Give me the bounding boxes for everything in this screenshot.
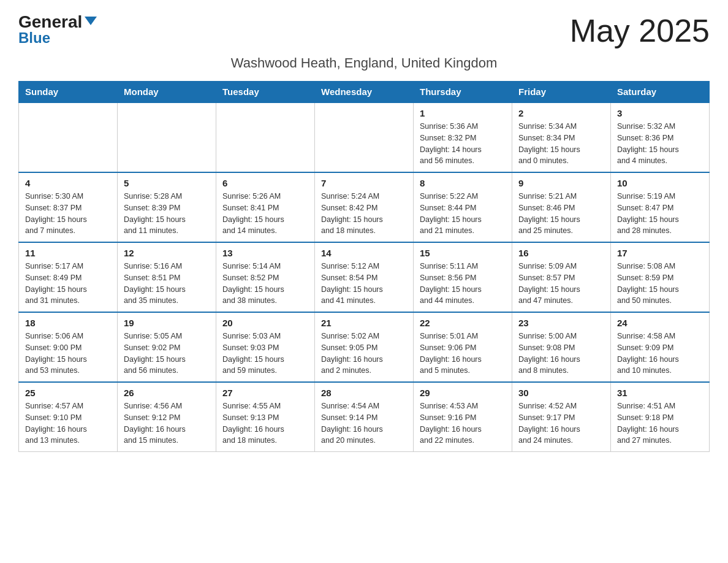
table-row: 28Sunrise: 4:54 AMSunset: 9:14 PMDayligh… (315, 382, 414, 452)
col-tuesday: Tuesday (216, 82, 315, 103)
day-info: Sunrise: 5:05 AMSunset: 9:02 PMDaylight:… (124, 331, 210, 377)
table-row: 29Sunrise: 4:53 AMSunset: 9:16 PMDayligh… (414, 382, 512, 452)
day-number: 10 (617, 178, 703, 188)
calendar-week-row: 4Sunrise: 5:30 AMSunset: 8:37 PMDaylight… (19, 172, 710, 242)
day-info: Sunrise: 5:19 AMSunset: 8:47 PMDaylight:… (617, 191, 703, 237)
calendar-table: Sunday Monday Tuesday Wednesday Thursday… (18, 81, 710, 452)
day-number: 8 (420, 178, 506, 188)
day-info: Sunrise: 4:57 AMSunset: 9:10 PMDaylight:… (25, 400, 111, 446)
day-info: Sunrise: 4:58 AMSunset: 9:09 PMDaylight:… (617, 331, 703, 377)
logo-triangle-icon (85, 17, 97, 25)
table-row: 7Sunrise: 5:24 AMSunset: 8:42 PMDaylight… (315, 172, 414, 242)
day-number: 6 (222, 178, 308, 188)
day-info: Sunrise: 5:12 AMSunset: 8:54 PMDaylight:… (321, 261, 407, 307)
table-row: 2Sunrise: 5:34 AMSunset: 8:34 PMDaylight… (512, 102, 611, 172)
day-number: 9 (518, 178, 604, 188)
day-info: Sunrise: 5:06 AMSunset: 9:00 PMDaylight:… (25, 331, 111, 377)
day-info: Sunrise: 5:21 AMSunset: 8:46 PMDaylight:… (518, 191, 604, 237)
day-number: 27 (222, 388, 308, 398)
day-info: Sunrise: 4:52 AMSunset: 9:17 PMDaylight:… (518, 400, 604, 446)
day-info: Sunrise: 5:36 AMSunset: 8:32 PMDaylight:… (420, 121, 506, 167)
col-sunday: Sunday (19, 82, 118, 103)
table-row: 8Sunrise: 5:22 AMSunset: 8:44 PMDaylight… (414, 172, 512, 242)
calendar-week-row: 11Sunrise: 5:17 AMSunset: 8:49 PMDayligh… (19, 242, 710, 312)
day-number: 2 (518, 108, 604, 118)
calendar-header-row: Sunday Monday Tuesday Wednesday Thursday… (19, 82, 710, 103)
table-row: 22Sunrise: 5:01 AMSunset: 9:06 PMDayligh… (414, 312, 512, 382)
table-row: 21Sunrise: 5:02 AMSunset: 9:05 PMDayligh… (315, 312, 414, 382)
day-number: 29 (420, 388, 506, 398)
month-title: May 2025 (570, 12, 710, 49)
table-row: 5Sunrise: 5:28 AMSunset: 8:39 PMDaylight… (118, 172, 216, 242)
day-number: 16 (518, 248, 604, 258)
day-info: Sunrise: 5:17 AMSunset: 8:49 PMDaylight:… (25, 261, 111, 307)
day-info: Sunrise: 4:56 AMSunset: 9:12 PMDaylight:… (124, 400, 210, 446)
location-text: Washwood Heath, England, United Kingdom (18, 55, 710, 71)
table-row: 6Sunrise: 5:26 AMSunset: 8:41 PMDaylight… (216, 172, 315, 242)
day-number: 23 (518, 318, 604, 328)
day-info: Sunrise: 5:03 AMSunset: 9:03 PMDaylight:… (222, 331, 308, 377)
col-monday: Monday (118, 82, 216, 103)
col-friday: Friday (512, 82, 611, 103)
table-row: 10Sunrise: 5:19 AMSunset: 8:47 PMDayligh… (611, 172, 710, 242)
table-row: 15Sunrise: 5:11 AMSunset: 8:56 PMDayligh… (414, 242, 512, 312)
day-number: 26 (124, 388, 210, 398)
table-row: 4Sunrise: 5:30 AMSunset: 8:37 PMDaylight… (19, 172, 118, 242)
day-number: 3 (617, 108, 703, 118)
day-number: 11 (25, 248, 111, 258)
table-row: 20Sunrise: 5:03 AMSunset: 9:03 PMDayligh… (216, 312, 315, 382)
day-number: 17 (617, 248, 703, 258)
day-info: Sunrise: 5:24 AMSunset: 8:42 PMDaylight:… (321, 191, 407, 237)
day-number: 5 (124, 178, 210, 188)
day-info: Sunrise: 5:28 AMSunset: 8:39 PMDaylight:… (124, 191, 210, 237)
day-info: Sunrise: 4:54 AMSunset: 9:14 PMDaylight:… (321, 400, 407, 446)
day-number: 18 (25, 318, 111, 328)
table-row: 17Sunrise: 5:08 AMSunset: 8:59 PMDayligh… (611, 242, 710, 312)
day-info: Sunrise: 5:02 AMSunset: 9:05 PMDaylight:… (321, 331, 407, 377)
table-row: 14Sunrise: 5:12 AMSunset: 8:54 PMDayligh… (315, 242, 414, 312)
day-info: Sunrise: 5:11 AMSunset: 8:56 PMDaylight:… (420, 261, 506, 307)
day-info: Sunrise: 5:14 AMSunset: 8:52 PMDaylight:… (222, 261, 308, 307)
day-info: Sunrise: 5:32 AMSunset: 8:36 PMDaylight:… (617, 121, 703, 167)
col-thursday: Thursday (414, 82, 512, 103)
table-row: 18Sunrise: 5:06 AMSunset: 9:00 PMDayligh… (19, 312, 118, 382)
table-row (118, 102, 216, 172)
day-info: Sunrise: 5:16 AMSunset: 8:51 PMDaylight:… (124, 261, 210, 307)
table-row: 1Sunrise: 5:36 AMSunset: 8:32 PMDaylight… (414, 102, 512, 172)
logo-general-text: General (18, 12, 97, 31)
table-row: 3Sunrise: 5:32 AMSunset: 8:36 PMDaylight… (611, 102, 710, 172)
table-row: 12Sunrise: 5:16 AMSunset: 8:51 PMDayligh… (118, 242, 216, 312)
day-info: Sunrise: 5:09 AMSunset: 8:57 PMDaylight:… (518, 261, 604, 307)
day-info: Sunrise: 4:55 AMSunset: 9:13 PMDaylight:… (222, 400, 308, 446)
day-info: Sunrise: 5:08 AMSunset: 8:59 PMDaylight:… (617, 261, 703, 307)
calendar-week-row: 25Sunrise: 4:57 AMSunset: 9:10 PMDayligh… (19, 382, 710, 452)
day-number: 1 (420, 108, 506, 118)
logo: General Blue (18, 12, 97, 47)
table-row: 26Sunrise: 4:56 AMSunset: 9:12 PMDayligh… (118, 382, 216, 452)
table-row: 9Sunrise: 5:21 AMSunset: 8:46 PMDaylight… (512, 172, 611, 242)
day-info: Sunrise: 4:51 AMSunset: 9:18 PMDaylight:… (617, 400, 703, 446)
col-saturday: Saturday (611, 82, 710, 103)
table-row: 16Sunrise: 5:09 AMSunset: 8:57 PMDayligh… (512, 242, 611, 312)
table-row: 13Sunrise: 5:14 AMSunset: 8:52 PMDayligh… (216, 242, 315, 312)
day-info: Sunrise: 5:01 AMSunset: 9:06 PMDaylight:… (420, 331, 506, 377)
table-row: 31Sunrise: 4:51 AMSunset: 9:18 PMDayligh… (611, 382, 710, 452)
page-header: General Blue May 2025 (18, 12, 710, 49)
day-number: 15 (420, 248, 506, 258)
table-row: 23Sunrise: 5:00 AMSunset: 9:08 PMDayligh… (512, 312, 611, 382)
table-row: 24Sunrise: 4:58 AMSunset: 9:09 PMDayligh… (611, 312, 710, 382)
day-number: 28 (321, 388, 407, 398)
table-row: 25Sunrise: 4:57 AMSunset: 9:10 PMDayligh… (19, 382, 118, 452)
logo-blue-text: Blue (18, 29, 50, 47)
day-info: Sunrise: 5:34 AMSunset: 8:34 PMDaylight:… (518, 121, 604, 167)
table-row (216, 102, 315, 172)
day-number: 19 (124, 318, 210, 328)
day-number: 20 (222, 318, 308, 328)
day-info: Sunrise: 5:26 AMSunset: 8:41 PMDaylight:… (222, 191, 308, 237)
day-number: 7 (321, 178, 407, 188)
table-row: 19Sunrise: 5:05 AMSunset: 9:02 PMDayligh… (118, 312, 216, 382)
col-wednesday: Wednesday (315, 82, 414, 103)
day-number: 31 (617, 388, 703, 398)
calendar-week-row: 18Sunrise: 5:06 AMSunset: 9:00 PMDayligh… (19, 312, 710, 382)
day-number: 12 (124, 248, 210, 258)
